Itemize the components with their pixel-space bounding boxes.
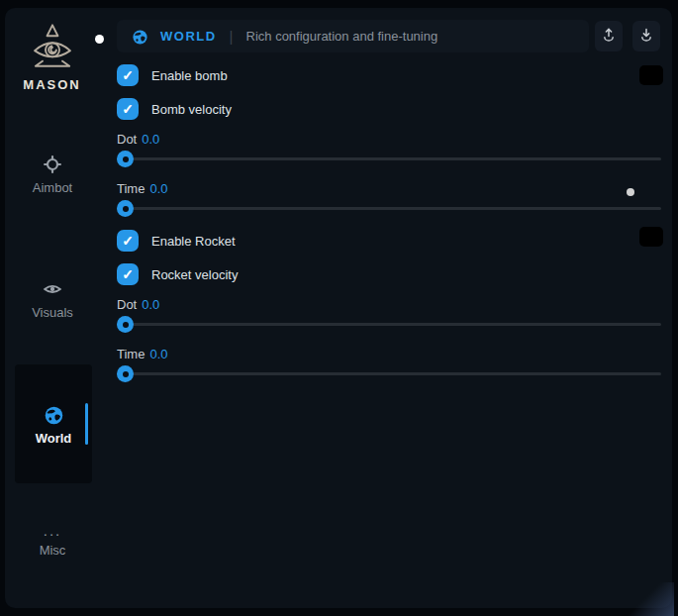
cursor-dot (627, 188, 634, 196)
slider-label: Time0.0 (117, 181, 167, 196)
toggle-label: Enable Rocket (151, 234, 236, 249)
download-icon (637, 26, 655, 48)
sidebar-item-label: Visuals (32, 305, 73, 320)
bomb-time-slider[interactable] (117, 207, 661, 210)
toggle-label: Enable bomb (151, 68, 228, 83)
check-icon: ✓ (122, 266, 134, 282)
sidebar-item-label: Aimbot (33, 180, 72, 195)
slider-name: Time (117, 181, 145, 196)
check-icon: ✓ (122, 101, 134, 117)
cursor-dot (95, 35, 104, 44)
rocket-color-swatch[interactable] (639, 227, 663, 247)
sidebar-item-visuals[interactable]: Visuals (12, 279, 93, 320)
check-icon: ✓ (122, 67, 134, 83)
slider-value: 0.0 (149, 347, 167, 361)
slider-thumb[interactable] (117, 200, 134, 217)
download-config-button[interactable] (632, 21, 660, 51)
upload-config-button[interactable] (595, 21, 623, 51)
page-subtitle: Rich configuration and fine-tuning (246, 29, 438, 44)
eye-icon (43, 279, 62, 299)
bomb-color-swatch[interactable] (639, 65, 663, 85)
enable-rocket-checkbox[interactable]: ✓ (117, 230, 139, 252)
toggle-row: ✓ Enable bomb (117, 64, 228, 86)
toggle-row: ✓ Enable Rocket (117, 230, 236, 252)
sidebar-item-aimbot[interactable]: Aimbot (12, 154, 93, 195)
slider-label: Dot0.0 (117, 297, 159, 312)
slider-value: 0.0 (142, 132, 159, 147)
brand-logo: MASON (5, 22, 99, 92)
slider-value: 0.0 (149, 181, 167, 196)
sidebar: MASON Aimbot Visuals (5, 8, 109, 608)
slider-thumb[interactable] (117, 316, 134, 333)
enable-bomb-checkbox[interactable]: ✓ (117, 64, 139, 86)
sidebar-item-world[interactable]: World (15, 364, 92, 483)
toggle-label: Bomb velocity (151, 102, 232, 117)
page-title: WORLD (160, 29, 217, 44)
sidebar-item-label: World (36, 431, 72, 446)
upload-icon (600, 26, 618, 48)
page-header: WORLD | Rich configuration and fine-tuni… (117, 20, 589, 52)
mason-eye-triangle-icon (5, 22, 99, 73)
slider-name: Dot (117, 297, 137, 312)
corner-glow (623, 582, 674, 616)
slider-name: Dot (117, 132, 137, 147)
globe-icon (132, 29, 147, 45)
header-separator: | (230, 28, 234, 45)
crosshair-icon (43, 154, 62, 174)
sidebar-item-label: Misc (40, 543, 66, 558)
bomb-dot-slider[interactable] (117, 157, 661, 160)
slider-value: 0.0 (142, 297, 159, 312)
ellipsis-icon: ... (12, 527, 93, 535)
brand-name: MASON (5, 77, 99, 92)
rocket-dot-slider[interactable] (117, 323, 661, 326)
rocket-time-slider[interactable] (117, 372, 661, 375)
slider-thumb[interactable] (117, 365, 134, 382)
rocket-velocity-checkbox[interactable]: ✓ (117, 263, 139, 285)
bomb-velocity-checkbox[interactable]: ✓ (117, 98, 139, 120)
sidebar-item-misc[interactable]: ... Misc (12, 527, 93, 558)
app-window: MASON Aimbot Visuals (5, 8, 672, 608)
slider-name: Time (117, 347, 145, 361)
slider-label: Time0.0 (117, 347, 167, 361)
toggle-row: ✓ Bomb velocity (117, 98, 232, 120)
check-icon: ✓ (122, 233, 134, 249)
toggle-label: Rocket velocity (151, 267, 238, 282)
toggle-row: ✓ Rocket velocity (117, 263, 238, 285)
globe-icon (44, 405, 63, 425)
slider-label: Dot0.0 (117, 132, 159, 147)
active-item-indicator (85, 403, 88, 445)
slider-thumb[interactable] (117, 151, 134, 167)
